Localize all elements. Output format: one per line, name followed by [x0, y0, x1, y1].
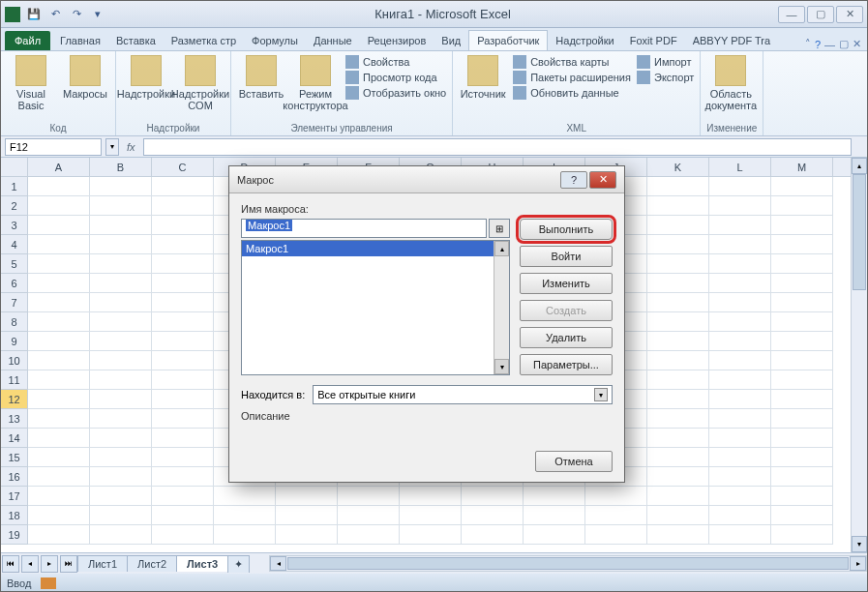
cell[interactable]: [28, 332, 90, 351]
cell[interactable]: [28, 370, 90, 390]
save-button[interactable]: 💾: [24, 5, 44, 24]
formula-input[interactable]: [143, 138, 852, 156]
sheet-nav-last[interactable]: ⏭: [60, 555, 77, 573]
column-header[interactable]: B: [90, 158, 152, 176]
cell[interactable]: [152, 216, 214, 235]
list-scroll-up[interactable]: ▴: [494, 241, 509, 256]
cell[interactable]: [90, 525, 152, 545]
cell[interactable]: [90, 390, 152, 409]
hscroll-thumb[interactable]: [287, 557, 849, 570]
cell[interactable]: [709, 429, 771, 448]
sheet-tab-3[interactable]: Лист3: [176, 555, 228, 572]
cell[interactable]: [647, 177, 709, 196]
macro-list-item[interactable]: Макрос1: [242, 241, 509, 256]
cell[interactable]: [647, 216, 709, 235]
delete-button[interactable]: Удалить: [520, 327, 613, 348]
cell[interactable]: [28, 254, 90, 274]
dialog-title-bar[interactable]: Макрос ? ✕: [229, 166, 624, 193]
cell[interactable]: [771, 254, 833, 274]
cell[interactable]: [28, 235, 90, 254]
cell[interactable]: [585, 487, 647, 506]
close-button[interactable]: ✕: [836, 6, 863, 23]
cell[interactable]: [709, 525, 771, 545]
row-header[interactable]: 7: [1, 293, 27, 312]
cell[interactable]: [771, 177, 833, 196]
map-props-button[interactable]: Свойства карты: [513, 55, 631, 69]
row-header[interactable]: 14: [1, 429, 27, 448]
cell[interactable]: [647, 467, 709, 487]
cell[interactable]: [771, 506, 833, 525]
cell[interactable]: [647, 487, 709, 506]
name-box-dropdown[interactable]: ▾: [105, 138, 119, 156]
cell[interactable]: [152, 448, 214, 467]
cell[interactable]: [709, 274, 771, 293]
document-panel-button[interactable]: Область документа: [706, 55, 755, 111]
cell[interactable]: [214, 506, 276, 525]
cell[interactable]: [214, 525, 276, 545]
cell[interactable]: [90, 467, 152, 487]
cell[interactable]: [709, 448, 771, 467]
cell[interactable]: [400, 506, 462, 525]
cell[interactable]: [771, 293, 833, 312]
sheet-tab-2[interactable]: Лист2: [127, 555, 177, 572]
macro-record-icon[interactable]: [41, 577, 56, 589]
cell[interactable]: [647, 293, 709, 312]
cell[interactable]: [647, 274, 709, 293]
sheet-nav-first[interactable]: ⏮: [2, 555, 19, 573]
cell[interactable]: [524, 525, 585, 545]
cell[interactable]: [90, 409, 152, 429]
cell[interactable]: [771, 370, 833, 390]
cell[interactable]: [152, 409, 214, 429]
run-dialog-button[interactable]: Отобразить окно: [345, 86, 446, 100]
cell[interactable]: [338, 487, 400, 506]
select-all-corner[interactable]: [1, 158, 28, 177]
row-header[interactable]: 3: [1, 216, 27, 235]
doc-close-icon[interactable]: ✕: [853, 38, 861, 50]
ref-edit-button[interactable]: ⊞: [489, 219, 510, 238]
cell[interactable]: [152, 390, 214, 409]
tab-review[interactable]: Рецензиров: [360, 31, 434, 50]
sheet-nav-prev[interactable]: ◂: [21, 555, 39, 573]
cell[interactable]: [524, 487, 585, 506]
scroll-down-icon[interactable]: ▾: [852, 536, 867, 552]
cell[interactable]: [709, 235, 771, 254]
scroll-thumb[interactable]: [853, 174, 866, 290]
cell[interactable]: [90, 293, 152, 312]
doc-minimize-icon[interactable]: —: [824, 39, 835, 50]
column-header[interactable]: A: [28, 158, 90, 176]
fx-label[interactable]: fx: [119, 141, 143, 153]
cell[interactable]: [90, 370, 152, 390]
cell[interactable]: [28, 506, 90, 525]
cell[interactable]: [28, 409, 90, 429]
cell[interactable]: [152, 196, 214, 216]
cell[interactable]: [709, 177, 771, 196]
row-header[interactable]: 11: [1, 370, 27, 390]
step-button[interactable]: Войти: [520, 246, 613, 267]
cell[interactable]: [90, 332, 152, 351]
cell[interactable]: [152, 274, 214, 293]
row-header[interactable]: 17: [1, 487, 27, 506]
cell[interactable]: [709, 293, 771, 312]
cell[interactable]: [771, 351, 833, 370]
cell[interactable]: [585, 506, 647, 525]
tab-view[interactable]: Вид: [434, 31, 468, 50]
tab-foxit[interactable]: Foxit PDF: [622, 31, 685, 50]
cell[interactable]: [152, 506, 214, 525]
cell[interactable]: [276, 525, 338, 545]
cell[interactable]: [28, 177, 90, 196]
cell[interactable]: [90, 254, 152, 274]
options-button[interactable]: Параметры...: [520, 354, 613, 375]
cell[interactable]: [771, 390, 833, 409]
scroll-left-icon[interactable]: ◂: [270, 556, 286, 571]
cell[interactable]: [28, 525, 90, 545]
cell[interactable]: [152, 312, 214, 332]
cell[interactable]: [90, 196, 152, 216]
cell[interactable]: [90, 312, 152, 332]
cell[interactable]: [647, 448, 709, 467]
new-sheet-button[interactable]: ✦: [227, 555, 250, 573]
visual-basic-button[interactable]: Visual Basic: [7, 55, 55, 111]
cell[interactable]: [28, 274, 90, 293]
row-header[interactable]: 8: [1, 312, 27, 332]
cell[interactable]: [647, 370, 709, 390]
qat-customize-icon[interactable]: ▾: [88, 5, 107, 24]
